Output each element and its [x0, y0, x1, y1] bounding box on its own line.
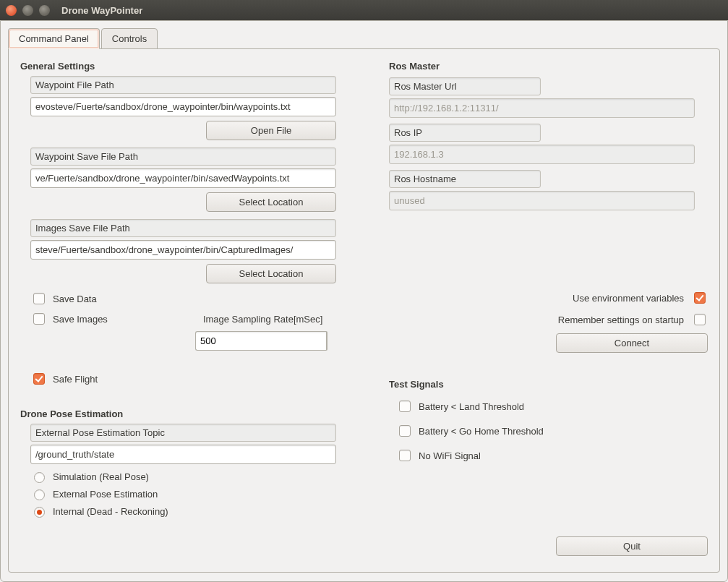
- no-wifi-checkbox[interactable]: [399, 450, 411, 461]
- battery-home-checkbox[interactable]: [399, 425, 411, 437]
- window-body: Command Panel Controls General Settings …: [0, 20, 728, 582]
- ros-hostname-input[interactable]: [389, 191, 695, 210]
- right-column: Ros Master Ros Master Url Ros IP Ros Hos…: [389, 58, 708, 560]
- save-data-label: Save Data: [53, 294, 97, 304]
- pose-topic-label: External Pose Estimation Topic: [30, 424, 336, 442]
- window-close-icon[interactable]: [6, 5, 17, 16]
- pose-external-radio[interactable]: [34, 489, 45, 500]
- connect-button[interactable]: Connect: [556, 333, 708, 353]
- waypoint-save-input[interactable]: [30, 168, 336, 188]
- remember-settings-checkbox[interactable]: [694, 314, 706, 325]
- test-signals-title: Test Signals: [389, 379, 708, 390]
- images-save-label: Images Save File Path: [30, 219, 336, 237]
- left-column: General Settings Waypoint File Path Open…: [20, 58, 346, 560]
- window-minimize-icon[interactable]: [22, 5, 33, 16]
- pose-internal-radio[interactable]: [34, 507, 45, 518]
- quit-button[interactable]: Quit: [556, 536, 708, 556]
- waypoint-save-label: Waypoint Save File Path: [30, 147, 336, 166]
- tab-bar: Command Panel Controls: [8, 28, 720, 49]
- save-data-checkbox[interactable]: [33, 293, 45, 304]
- save-images-checkbox[interactable]: [33, 313, 45, 325]
- battery-land-checkbox[interactable]: [399, 401, 411, 412]
- open-file-button[interactable]: Open File: [206, 121, 336, 140]
- safe-flight-label: Safe Flight: [53, 374, 98, 385]
- pose-topic-input[interactable]: [30, 445, 336, 464]
- ros-master-title: Ros Master: [389, 61, 708, 72]
- window-maximize-icon[interactable]: [39, 5, 50, 16]
- pose-simulation-radio[interactable]: [34, 472, 45, 483]
- ros-hostname-label: Ros Hostname: [389, 170, 541, 188]
- pose-simulation-label: Simulation (Real Pose): [53, 471, 149, 482]
- no-wifi-label: No WiFi Signal: [419, 450, 481, 461]
- use-env-checkbox[interactable]: [694, 292, 706, 304]
- sampling-rate-spinbox[interactable]: ▲ ▼: [195, 331, 325, 351]
- ros-url-label: Ros Master Url: [389, 77, 541, 95]
- pose-estimation-title: Drone Pose Estimation: [20, 408, 346, 419]
- waypoint-file-input[interactable]: [30, 97, 336, 116]
- pose-internal-label: Internal (Dead - Reckoning): [53, 506, 168, 517]
- command-panel: General Settings Waypoint File Path Open…: [8, 48, 720, 573]
- titlebar: Drone WayPointer: [0, 0, 728, 20]
- battery-land-label: Battery < Land Threshold: [419, 401, 524, 412]
- pose-external-label: External Pose Estimation: [53, 489, 158, 500]
- select-location-images-button[interactable]: Select Location: [206, 264, 336, 283]
- use-env-label: Use environment variables: [573, 293, 684, 304]
- sampling-rate-label: Image Sampling Rate[mSec]: [203, 314, 322, 325]
- select-location-waypoint-button[interactable]: Select Location: [206, 192, 336, 212]
- tab-controls[interactable]: Controls: [101, 28, 158, 49]
- battery-home-label: Battery < Go Home Threshold: [419, 426, 544, 437]
- ros-url-input[interactable]: [389, 98, 695, 118]
- sampling-rate-input[interactable]: [195, 331, 326, 351]
- safe-flight-checkbox[interactable]: [33, 373, 45, 385]
- waypoint-file-label: Waypoint File Path: [30, 76, 336, 94]
- remember-settings-label: Remember settings on startup: [558, 314, 684, 325]
- save-images-label: Save Images: [53, 314, 108, 325]
- ros-ip-label: Ros IP: [389, 124, 541, 142]
- window-title: Drone WayPointer: [61, 5, 142, 16]
- general-settings-title: General Settings: [20, 61, 346, 72]
- images-save-input[interactable]: [30, 240, 336, 260]
- tab-command-panel[interactable]: Command Panel: [8, 28, 100, 49]
- ros-ip-input[interactable]: [389, 145, 695, 164]
